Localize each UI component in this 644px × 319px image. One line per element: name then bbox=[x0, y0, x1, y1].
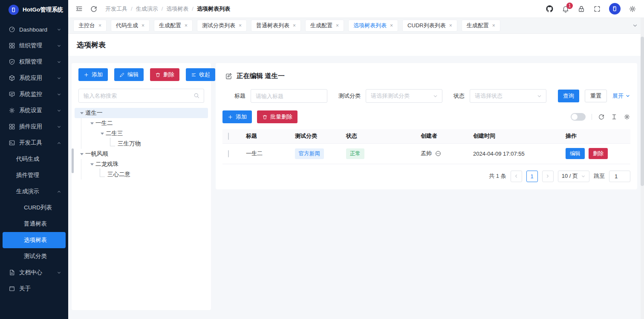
sidebar-item-plugin-manage[interactable]: 插件管理 bbox=[3, 167, 66, 183]
github-icon[interactable] bbox=[546, 5, 554, 13]
sidebar-item-about[interactable]: 关于 bbox=[3, 281, 66, 297]
sidebar-item-sys-app[interactable]: 系统应用 bbox=[3, 70, 66, 86]
pagination-page-1[interactable]: 1 bbox=[526, 171, 538, 182]
tree-node-leaf[interactable]: 三心二意 bbox=[75, 169, 208, 180]
filter-category-select[interactable]: 请选择测试分类 bbox=[366, 89, 442, 103]
close-icon[interactable]: × bbox=[449, 23, 452, 28]
tab-option-tree-list-active[interactable]: 选项树表列表× bbox=[348, 20, 398, 32]
sidebar-item-normal-tree[interactable]: 普通树表 bbox=[3, 216, 66, 232]
close-icon[interactable]: × bbox=[390, 23, 393, 28]
tree-node[interactable]: 二龙戏珠 bbox=[75, 159, 208, 169]
menu-fold-icon[interactable] bbox=[75, 5, 83, 13]
sidebar-item-permission[interactable]: 权限管理 bbox=[3, 54, 66, 70]
table-reload-icon[interactable] bbox=[598, 113, 605, 120]
row-edit-button[interactable]: 编辑 bbox=[566, 148, 585, 159]
close-icon[interactable]: × bbox=[98, 23, 101, 28]
tab-gen-config-1[interactable]: 生成配置× bbox=[154, 20, 193, 32]
sidebar-item-option-tree[interactable]: 选项树表 bbox=[3, 232, 66, 248]
sidebar-item-doc-center[interactable]: 文档中心 bbox=[3, 264, 66, 281]
tree-collapse-button[interactable]: 收起 bbox=[186, 68, 215, 81]
breadcrumb-item[interactable]: 生成演示 bbox=[136, 5, 158, 13]
filter-title-label: 标题 bbox=[234, 92, 245, 100]
user-avatar[interactable] bbox=[609, 3, 621, 14]
app-logo[interactable]: HotGo管理系统 bbox=[0, 0, 68, 20]
tab-test-category-list[interactable]: 测试分类列表× bbox=[197, 20, 247, 32]
tree-add-button[interactable]: 添加 bbox=[78, 68, 108, 81]
close-icon[interactable]: × bbox=[142, 23, 144, 28]
tree-edit-button[interactable]: 编辑 bbox=[114, 68, 144, 81]
tab-cudr-list[interactable]: CUDR列表列表× bbox=[402, 20, 457, 32]
sidebar-item-dev-tools[interactable]: 开发工具 bbox=[3, 135, 66, 151]
chevron-down-icon bbox=[537, 93, 542, 99]
filter-status-select[interactable]: 请选择状态 bbox=[470, 89, 546, 103]
table-row: 一生二 官方新闻 正常 孟帅 2024-04-09 17:07:55 bbox=[222, 143, 630, 164]
tab-gen-config-3[interactable]: 生成配置× bbox=[462, 20, 500, 32]
tree-node-selected[interactable]: 道生一 bbox=[75, 108, 208, 118]
sidebar-item-sys-settings[interactable]: 系统设置 bbox=[3, 102, 66, 119]
breadcrumb: 开发工具 / 生成演示 / 选项树表 / 选项树表列表 bbox=[105, 5, 230, 13]
sidebar-item-gen-demo[interactable]: 生成演示 bbox=[3, 183, 66, 200]
cell-creator: 孟帅 bbox=[421, 150, 468, 157]
close-icon[interactable]: × bbox=[492, 23, 495, 28]
tab-normal-tree-list[interactable]: 普通树表列表× bbox=[251, 20, 301, 32]
caret-down-icon[interactable] bbox=[99, 133, 106, 135]
chevron-down-icon bbox=[581, 174, 586, 179]
close-icon[interactable]: × bbox=[239, 23, 242, 28]
tree-node[interactable]: 一生二 bbox=[75, 118, 208, 128]
add-row-button[interactable]: 添加 bbox=[222, 110, 252, 123]
caret-down-icon[interactable] bbox=[89, 163, 95, 165]
pagination-jump-input[interactable] bbox=[609, 171, 630, 182]
tree-search-input[interactable] bbox=[78, 89, 204, 103]
notification-bell-icon[interactable]: 1 bbox=[562, 5, 569, 13]
tab-console[interactable]: 主控台× bbox=[73, 20, 107, 32]
sidebar-item-code-gen[interactable]: 代码生成 bbox=[3, 151, 66, 167]
caret-down-icon[interactable] bbox=[89, 122, 95, 125]
filter-title-input[interactable] bbox=[251, 89, 327, 103]
tree-node[interactable]: 二生三 bbox=[75, 128, 208, 139]
tabbar-collapse-chevron-icon[interactable] bbox=[632, 23, 638, 29]
window-scrollbar-thumb[interactable] bbox=[641, 37, 644, 186]
breadcrumb-item[interactable]: 开发工具 bbox=[105, 5, 127, 13]
close-icon[interactable]: × bbox=[336, 23, 339, 28]
close-icon[interactable]: × bbox=[293, 23, 296, 28]
fullscreen-icon[interactable] bbox=[593, 5, 601, 13]
sidebar-item-dashboard[interactable]: Dashboard bbox=[3, 21, 66, 38]
close-icon[interactable]: × bbox=[185, 23, 188, 28]
row-height-icon[interactable] bbox=[611, 113, 618, 120]
sidebar-item-curd-list[interactable]: CURD列表 bbox=[3, 200, 66, 216]
query-button[interactable]: 查询 bbox=[558, 90, 579, 102]
row-checkbox[interactable] bbox=[228, 150, 229, 157]
tree-toolbar: 添加 编辑 删除 收起 bbox=[78, 68, 204, 81]
chevron-up-icon bbox=[57, 189, 61, 194]
data-table: 标题 测试分类 状态 创建者 创建时间 操作 一生二 官方新闻 正常 bbox=[222, 129, 630, 164]
tree-node[interactable]: 一帆风顺 bbox=[75, 149, 208, 159]
reload-icon[interactable] bbox=[90, 5, 98, 13]
breadcrumb-item[interactable]: 选项树表 bbox=[166, 5, 188, 13]
lock-icon[interactable] bbox=[578, 5, 585, 13]
panel-scrollbar-thumb[interactable] bbox=[72, 148, 74, 173]
sidebar-item-test-category[interactable]: 测试分类 bbox=[3, 248, 66, 264]
select-all-checkbox[interactable] bbox=[228, 133, 229, 140]
tree-delete-button[interactable]: 删除 bbox=[150, 68, 179, 81]
tab-code-gen[interactable]: 代码生成× bbox=[111, 20, 150, 32]
settings-gear-icon[interactable] bbox=[629, 5, 636, 13]
tree-node-leaf[interactable]: 三生万物 bbox=[75, 139, 208, 149]
caret-down-icon[interactable] bbox=[78, 112, 85, 114]
search-icon bbox=[193, 92, 200, 99]
sidebar-item-plugin-app[interactable]: 插件应用 bbox=[3, 119, 66, 135]
striped-toggle[interactable] bbox=[571, 113, 586, 121]
batch-delete-button[interactable]: 批量删除 bbox=[257, 110, 297, 123]
reset-button[interactable]: 重置 bbox=[585, 90, 607, 102]
row-delete-button[interactable]: 删除 bbox=[589, 148, 608, 159]
column-settings-gear-icon[interactable] bbox=[624, 113, 630, 120]
sidebar-item-sys-monitor[interactable]: 系统监控 bbox=[3, 86, 66, 102]
pagination-prev-button[interactable] bbox=[511, 171, 522, 182]
pagination-next-button[interactable] bbox=[542, 171, 554, 182]
caret-down-icon[interactable] bbox=[78, 153, 85, 155]
circled-ellipsis-icon[interactable] bbox=[435, 150, 442, 157]
pagination-jump-label: 跳至 bbox=[594, 172, 605, 180]
page-size-select[interactable]: 10 / 页 bbox=[558, 171, 589, 182]
expand-link[interactable]: 展开 bbox=[612, 92, 630, 100]
sidebar-item-org[interactable]: 组织管理 bbox=[3, 38, 66, 54]
tab-gen-config-2[interactable]: 生成配置× bbox=[305, 20, 344, 32]
